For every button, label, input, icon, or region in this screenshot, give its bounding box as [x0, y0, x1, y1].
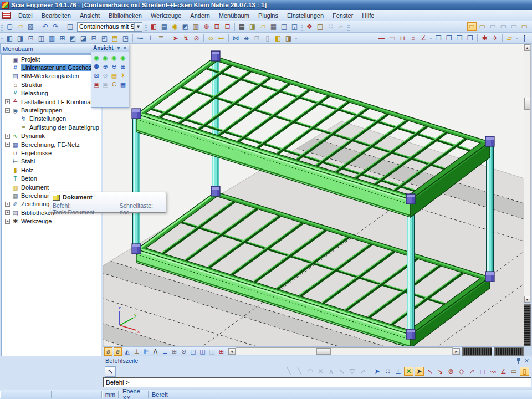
ruler-points-icon[interactable]: ∷ — [326, 22, 335, 31]
tree-item-belastung[interactable]: ⊻Belastung — [2, 89, 101, 98]
tree-expander-icon[interactable]: + — [5, 219, 10, 224]
undo-icon[interactable]: ↶ — [40, 22, 50, 31]
view-y-icon[interactable]: ◉ — [101, 54, 110, 62]
select-add-icon[interactable]: ➤ — [171, 34, 180, 43]
clip-back-icon[interactable]: ⌀ — [114, 347, 122, 356]
support-icon[interactable]: ⊥ — [146, 34, 155, 43]
toolbar-grip[interactable] — [301, 23, 303, 31]
bracket-icon[interactable]: ⊔ — [398, 34, 407, 43]
rib-icon[interactable]: ◩ — [68, 34, 78, 43]
tree-item-lastfaelle[interactable]: +≙Lastfälle und LF-Kombinatio — [2, 98, 101, 106]
chevron-down-icon[interactable]: ▼ — [134, 23, 142, 31]
midpoint-snap-icon[interactable]: ✕ — [404, 367, 413, 376]
chevron-down-icon[interactable]: ▼ — [116, 45, 121, 51]
tree-item-projekt[interactable]: ▣Projekt — [2, 55, 101, 63]
tree-expander-icon[interactable]: + — [5, 142, 10, 147]
tree-expander-icon[interactable]: + — [5, 134, 10, 139]
clip-front-icon[interactable]: ⌀ — [104, 347, 112, 356]
steel-display-icon[interactable]: ⊫ — [142, 347, 150, 356]
line-icon[interactable]: — — [377, 34, 386, 43]
new-project-icon[interactable]: ▢ — [5, 22, 14, 31]
scroll-right-icon[interactable]: ► — [453, 348, 460, 355]
redo-icon[interactable]: ↷ — [51, 22, 60, 31]
document-find-icon[interactable]: ◲ — [290, 22, 299, 31]
ansicht-panel-header[interactable]: Ansicht ▼ ✕ — [91, 44, 129, 52]
transform-icon[interactable]: ◩ — [181, 22, 190, 31]
tree-item-dokument[interactable]: ▥Dokument — [2, 183, 101, 191]
palette-icon[interactable]: ❖ — [305, 22, 314, 31]
workspace-layout-icon[interactable]: ◫ — [65, 22, 75, 31]
toolbar-grip[interactable] — [295, 34, 297, 42]
dimension-icon[interactable]: ≕ — [387, 34, 397, 43]
cursor-flag-icon[interactable]: ➤ — [372, 367, 382, 376]
toolbar-grip[interactable] — [1, 34, 3, 42]
close-icon[interactable]: ✕ — [122, 45, 127, 51]
close-icon[interactable]: ✕ — [524, 357, 529, 365]
window-split-icon[interactable]: ▭ — [509, 22, 519, 31]
move-icon[interactable]: ⊷ — [217, 34, 226, 43]
view-x-icon[interactable]: ◉ — [93, 54, 101, 62]
zoom-document-icon[interactable]: ◰ — [315, 22, 325, 31]
project-dropdown[interactable]: Containerhaus mit S ▼ — [77, 22, 142, 32]
document-view-icon[interactable]: ◳ — [189, 347, 197, 356]
snap-tri-icon[interactable]: ▽ — [347, 367, 357, 376]
toolbar-grip[interactable] — [430, 34, 432, 42]
slab-icon[interactable]: ▥ — [47, 34, 57, 43]
hinge-icon[interactable]: ⊶ — [135, 34, 145, 43]
light-icon[interactable]: ☀ — [119, 71, 127, 80]
tree-item-bauteilgruppen[interactable]: −◉Bauteilgruppen — [2, 106, 101, 114]
toolbar-grip[interactable] — [516, 34, 518, 42]
scale-grey-icon[interactable]: ⊡ — [252, 34, 262, 43]
scroll-up-icon[interactable]: ▲ — [524, 44, 530, 51]
render-mode-icon[interactable]: ⚉ — [93, 63, 101, 71]
view-z-icon[interactable]: ◉ — [110, 54, 119, 62]
zoom-previous-icon[interactable]: ⊙ — [101, 71, 110, 80]
mirror-icon[interactable]: ⋈ — [231, 34, 241, 43]
paste-icon[interactable]: ▥ — [191, 22, 201, 31]
tree-expander-icon[interactable]: + — [5, 210, 10, 215]
window-view-icon[interactable]: ◫ — [198, 347, 207, 356]
snap-angle-icon[interactable]: ∧ — [326, 367, 336, 376]
grid-view-icon[interactable]: ⊞ — [217, 347, 226, 356]
menu-werkzeuge[interactable]: Werkzeuge — [146, 11, 186, 20]
snap-line-icon[interactable]: ╲ — [284, 367, 294, 376]
window-close-icon[interactable]: ▭ — [499, 22, 508, 31]
coin-icon[interactable]: ◉ — [170, 22, 180, 31]
bracket-end-icon[interactable]: [ — [520, 34, 529, 43]
menu-menbaum[interactable]: Menübaum — [214, 11, 254, 20]
general-solid-icon[interactable]: ◳ — [121, 34, 130, 43]
wall-icon[interactable]: ◫ — [37, 34, 46, 43]
tree-item-holz[interactable]: ▮Holz — [2, 166, 101, 174]
copy-icon[interactable]: ∞ — [206, 34, 216, 43]
status-plane[interactable]: Ebene XY — [119, 391, 149, 398]
layers-icon[interactable]: ▤ — [160, 22, 169, 31]
trim-icon[interactable]: ◧ — [273, 34, 283, 43]
open-project-icon[interactable]: ▱ — [16, 22, 25, 31]
toolbar-grip[interactable] — [347, 23, 350, 31]
snap-cross-icon[interactable]: ✕ — [316, 367, 325, 376]
tree-item-berechnung-fe[interactable]: +▦Berechnung, FE-Netz — [2, 140, 101, 149]
print-preview-icon[interactable]: ◨ — [248, 22, 257, 31]
table-composer-icon[interactable]: ⊞ — [212, 22, 222, 31]
view-parameters-icon[interactable]: ▦ — [119, 80, 127, 89]
clipboard-c-icon[interactable]: C — [110, 80, 119, 89]
layers-display-icon[interactable]: ≣ — [161, 347, 169, 356]
tree-item-beton[interactable]: TBeton — [2, 174, 101, 182]
ruler-snap-icon[interactable]: ▭ — [509, 367, 519, 376]
view-window-4-icon[interactable]: ❒ — [466, 34, 475, 43]
save-project-icon[interactable]: ▨ — [26, 22, 35, 31]
picture-gallery-icon[interactable]: ▱ — [258, 22, 268, 31]
menu-datei[interactable]: Datei — [14, 11, 37, 20]
column-icon[interactable]: ◨ — [16, 34, 25, 43]
wheel-icon[interactable]: ⊛ — [202, 22, 211, 31]
menu-bearbeiten[interactable]: Bearbeiten — [37, 11, 75, 20]
stretch-icon[interactable]: ▯ — [263, 34, 272, 43]
axis-display-icon[interactable]: ◭ — [123, 347, 131, 356]
tree-expander-icon[interactable]: + — [5, 202, 10, 207]
tree-item-auflistung[interactable]: ≡Auflistung der Bauteilgrup — [2, 123, 101, 131]
snap-settings-icon[interactable]: ▯ — [520, 367, 529, 376]
scroll-left-icon[interactable]: ◄ — [228, 348, 236, 355]
plate-icon[interactable]: ⊡ — [26, 34, 35, 43]
tree-expander-icon[interactable]: + — [5, 99, 10, 104]
endpoint-snap-icon[interactable]: ↖ — [425, 367, 434, 376]
